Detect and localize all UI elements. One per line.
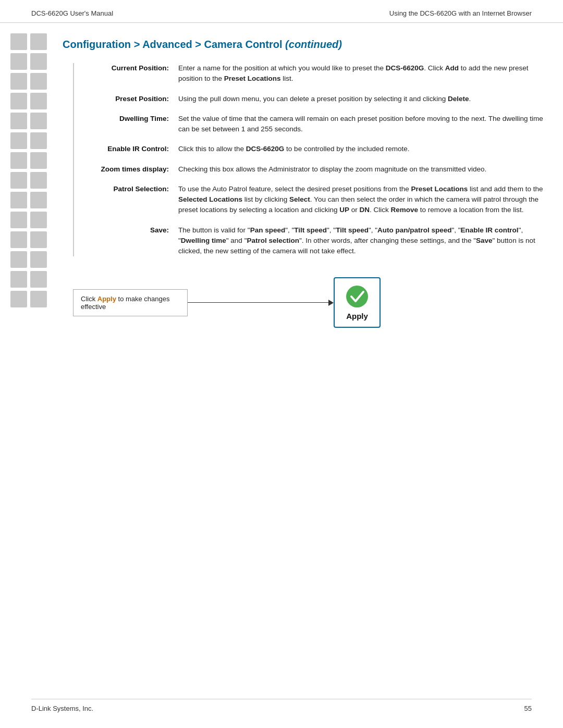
sidebar-square-row xyxy=(10,93,57,109)
definition-desc: To use the Auto Patrol feature, select t… xyxy=(178,184,553,216)
definition-term: Preset Position: xyxy=(74,94,178,103)
sidebar-squares xyxy=(0,33,57,311)
sidebar-square xyxy=(10,231,27,248)
header-left: DCS-6620G User's Manual xyxy=(31,9,113,17)
apply-note-link: Apply xyxy=(97,295,116,303)
page-header: DCS-6620G User's Manual Using the DCS-66… xyxy=(0,0,563,23)
definition-term: Save: xyxy=(74,225,178,234)
definition-term: Enable IR Control: xyxy=(74,144,178,153)
apply-section: Click Apply to make changes effective Ap… xyxy=(73,272,542,328)
svg-point-0 xyxy=(346,286,368,307)
sidebar-square xyxy=(30,271,47,288)
sidebar-square xyxy=(10,93,27,109)
sidebar-square xyxy=(30,73,47,90)
definition-row: Zoom times display:Checking this box all… xyxy=(74,164,553,175)
page-footer: D-Link Systems, Inc. 55 xyxy=(31,699,532,712)
main-content: Configuration > Advanced > Camera Contro… xyxy=(0,23,563,338)
sidebar-square xyxy=(10,132,27,149)
sidebar-square-row xyxy=(10,212,57,228)
sidebar-square xyxy=(30,93,47,109)
sidebar-square xyxy=(30,251,47,268)
sidebar-square xyxy=(10,192,27,208)
content-area: Configuration > Advanced > Camera Contro… xyxy=(57,23,563,338)
sidebar xyxy=(0,23,57,338)
sidebar-square xyxy=(10,212,27,228)
sidebar-square xyxy=(30,152,47,169)
definition-desc: The button is valid for "Pan speed", "Ti… xyxy=(178,225,553,257)
apply-note-text-before: Click xyxy=(81,295,97,303)
definition-row: Preset Position:Using the pull down menu… xyxy=(74,94,553,104)
sidebar-square xyxy=(30,113,47,129)
title-continued: (continued) xyxy=(285,39,342,50)
sidebar-square xyxy=(10,172,27,189)
sidebar-square xyxy=(30,291,47,307)
header-right: Using the DCS-6620G with an Internet Bro… xyxy=(389,9,532,17)
definition-row: Enable IR Control:Click this to allow th… xyxy=(74,144,553,154)
apply-arrow-head xyxy=(328,300,334,306)
sidebar-square-row xyxy=(10,192,57,208)
sidebar-square-row xyxy=(10,113,57,129)
sidebar-square xyxy=(10,152,27,169)
definition-term: Current Position: xyxy=(74,63,178,72)
definition-term: Dwelling Time: xyxy=(74,114,178,122)
sidebar-square xyxy=(30,212,47,228)
sidebar-square xyxy=(30,192,47,208)
page-title: Configuration > Advanced > Camera Contro… xyxy=(63,39,542,51)
definition-term: Patrol Selection: xyxy=(74,184,178,193)
sidebar-square xyxy=(10,33,27,50)
apply-button-label: Apply xyxy=(346,312,368,320)
definition-row: Patrol Selection:To use the Auto Patrol … xyxy=(74,184,553,216)
sidebar-square xyxy=(30,53,47,70)
sidebar-square-row xyxy=(10,73,57,90)
sidebar-square-row xyxy=(10,271,57,288)
sidebar-square-row xyxy=(10,231,57,248)
definition-row: Save:The button is valid for "Pan speed"… xyxy=(74,225,553,257)
sidebar-square-row xyxy=(10,291,57,307)
apply-check-icon xyxy=(345,285,369,309)
sidebar-square xyxy=(10,271,27,288)
sidebar-square xyxy=(10,73,27,90)
sidebar-square xyxy=(30,132,47,149)
sidebar-square xyxy=(10,251,27,268)
footer-page-number: 55 xyxy=(524,705,532,712)
definition-row: Current Position:Enter a name for the po… xyxy=(74,63,553,84)
sidebar-square-row xyxy=(10,152,57,169)
title-prefix: Configuration > Advanced > Camera Contro… xyxy=(63,39,285,50)
sidebar-square-row xyxy=(10,33,57,50)
apply-button-box[interactable]: Apply xyxy=(334,277,381,328)
footer-company: D-Link Systems, Inc. xyxy=(31,705,93,712)
apply-arrow xyxy=(188,302,334,303)
definition-desc: Enter a name for the position at which y… xyxy=(178,63,553,84)
sidebar-square-row xyxy=(10,251,57,268)
sidebar-square xyxy=(30,231,47,248)
apply-note-box: Click Apply to make changes effective xyxy=(73,289,188,316)
sidebar-square xyxy=(30,33,47,50)
sidebar-square-row xyxy=(10,172,57,189)
sidebar-square xyxy=(10,53,27,70)
sidebar-square xyxy=(10,291,27,307)
definition-term: Zoom times display: xyxy=(74,164,178,173)
sidebar-square-row xyxy=(10,132,57,149)
definition-desc: Using the pull down menu, you can delete… xyxy=(178,94,553,104)
sidebar-square xyxy=(30,172,47,189)
definition-desc: Click this to allow the DCS-6620G to be … xyxy=(178,144,553,154)
apply-arrow-line xyxy=(188,302,328,303)
sidebar-square-row xyxy=(10,53,57,70)
definition-desc: Checking this box allows the Administrat… xyxy=(178,164,553,175)
definition-desc: Set the value of time that the camera wi… xyxy=(178,114,553,135)
definition-table: Current Position:Enter a name for the po… xyxy=(73,63,553,256)
sidebar-square xyxy=(10,113,27,129)
definition-row: Dwelling Time:Set the value of time that… xyxy=(74,114,553,135)
